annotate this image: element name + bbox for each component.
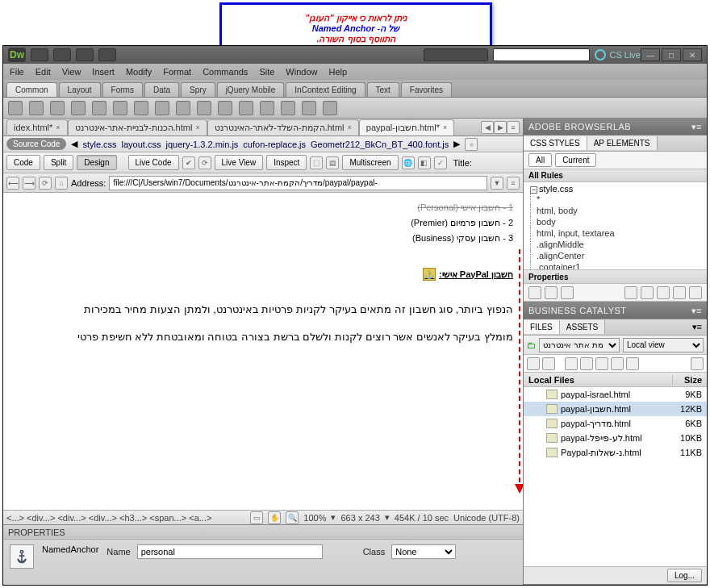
- file-row[interactable]: paypal-חשבון.html12KB: [524, 402, 707, 416]
- tab-scroll-right-icon[interactable]: ▶: [494, 121, 507, 134]
- minimize-button[interactable]: —: [641, 48, 660, 61]
- tab-common[interactable]: Common: [6, 82, 57, 97]
- hyperlink-icon[interactable]: [8, 101, 23, 115]
- split-view-button[interactable]: Split: [44, 155, 73, 170]
- anchor-icon[interactable]: ⚓: [423, 268, 436, 281]
- refresh-icon[interactable]: [542, 357, 555, 370]
- edit-rule-icon[interactable]: [657, 286, 670, 299]
- name-input[interactable]: [137, 544, 323, 559]
- multiscreen-button[interactable]: Multiscreen: [342, 155, 398, 170]
- tab-forms[interactable]: Forms: [102, 82, 143, 97]
- tab-css-styles[interactable]: CSS STYLES: [524, 136, 587, 150]
- new-rule-icon[interactable]: [641, 286, 654, 299]
- collapse-icon[interactable]: −: [530, 186, 537, 194]
- local-files-col[interactable]: Local Files: [524, 375, 673, 385]
- div-icon[interactable]: [113, 101, 127, 115]
- panel-menu-icon[interactable]: ▾≡: [691, 306, 702, 316]
- media-icon[interactable]: [155, 101, 169, 115]
- check-icon[interactable]: ✔: [182, 156, 195, 169]
- menu-window[interactable]: Window: [286, 67, 317, 77]
- put-icon[interactable]: [580, 357, 593, 370]
- live-view-button[interactable]: Live View: [215, 155, 264, 170]
- reload-icon[interactable]: ⟳: [39, 177, 52, 190]
- menu-view[interactable]: View: [62, 67, 81, 77]
- css-rule[interactable]: html, body: [527, 205, 704, 216]
- tab-incontext[interactable]: InContext Editing: [286, 82, 365, 97]
- file-row[interactable]: Paypal-נ-שאלות.html11KB: [524, 445, 707, 460]
- file-list[interactable]: paypal-israel.html9KBpaypal-חשבון.html12…: [524, 387, 707, 566]
- search-input[interactable]: [493, 48, 590, 61]
- related-file[interactable]: style.css: [82, 140, 116, 149]
- source-code-button[interactable]: Source Code: [6, 138, 66, 150]
- date-icon[interactable]: [197, 101, 211, 115]
- expand-icon[interactable]: [691, 357, 704, 370]
- menu-modify[interactable]: Modify: [126, 67, 152, 77]
- workspace-button[interactable]: [31, 48, 48, 61]
- settings-icon[interactable]: ≡: [507, 177, 520, 190]
- live-code-button[interactable]: Live Code: [128, 155, 179, 170]
- css-rule[interactable]: *: [527, 194, 704, 205]
- related-file[interactable]: Geometr212_BkCn_BT_400.font.js: [311, 140, 449, 149]
- image-icon[interactable]: [134, 101, 148, 115]
- related-file[interactable]: cufon-replace.js: [243, 140, 306, 149]
- file-row[interactable]: paypal-מדריך.html6KB: [524, 416, 707, 431]
- tab-text[interactable]: Text: [367, 82, 399, 97]
- doc-tab[interactable]: הכנות-לבניית-אתר-אינטרנט.html×: [68, 119, 207, 136]
- sync-icon[interactable]: [626, 357, 639, 370]
- css-all-button[interactable]: All: [528, 153, 552, 167]
- checkin-icon[interactable]: [611, 357, 624, 370]
- go-icon[interactable]: ▼: [491, 177, 503, 190]
- show-set-icon[interactable]: [561, 286, 574, 299]
- zoom-value[interactable]: 100%: [303, 513, 326, 523]
- tag-path[interactable]: <...> <div...> <div...> <div...> <h3...>…: [6, 513, 211, 523]
- css-rule[interactable]: .alignMiddle: [527, 239, 704, 250]
- show-category-icon[interactable]: [528, 286, 541, 299]
- refresh-icon[interactable]: ⟳: [198, 156, 211, 169]
- menu-commands[interactable]: Commands: [203, 67, 248, 77]
- address-input[interactable]: [109, 176, 487, 190]
- opt1-icon[interactable]: ⬚: [310, 156, 323, 169]
- visual-aids-icon[interactable]: ◧: [418, 156, 431, 169]
- site-select[interactable]: מת אתר אינטרנט: [539, 338, 620, 352]
- opt2-icon[interactable]: ▤: [326, 156, 339, 169]
- panel-menu-icon[interactable]: ▾≡: [687, 322, 707, 332]
- menu-file[interactable]: File: [10, 67, 24, 77]
- code-view-button[interactable]: Code: [6, 155, 40, 170]
- zoom-tool-icon[interactable]: 🔍: [286, 511, 299, 524]
- menu-edit[interactable]: Edit: [36, 67, 51, 77]
- file-row[interactable]: paypal-israel.html9KB: [524, 387, 707, 402]
- validate-icon[interactable]: ✓: [434, 156, 447, 169]
- css-current-button[interactable]: Current: [555, 153, 596, 167]
- css-rule[interactable]: .container1: [527, 261, 704, 269]
- menu-help[interactable]: Help: [328, 67, 347, 77]
- checkout-icon[interactable]: [595, 357, 608, 370]
- related-file[interactable]: layout.css: [122, 140, 161, 149]
- tag-chooser-icon[interactable]: [323, 101, 337, 115]
- hand-tool-icon[interactable]: ✋: [268, 511, 281, 524]
- templates-icon[interactable]: [302, 101, 316, 115]
- tab-spry[interactable]: Spry: [181, 82, 215, 97]
- tab-scroll-left-icon[interactable]: ◀: [481, 121, 494, 134]
- design-canvas[interactable]: 1 - חשבון אישי (Personal) 2 - חשבון פרמי…: [3, 193, 523, 510]
- panel-menu-icon[interactable]: ▾≡: [691, 122, 702, 132]
- email-link-icon[interactable]: [29, 101, 44, 115]
- design-view-button[interactable]: Design: [77, 155, 116, 170]
- close-icon[interactable]: ×: [56, 123, 60, 131]
- caret-left-icon[interactable]: ◀: [71, 139, 77, 149]
- browser-preview-icon[interactable]: 🌐: [402, 156, 415, 169]
- forward-icon[interactable]: ⟶: [23, 177, 36, 190]
- layout-dropdown[interactable]: [53, 48, 71, 61]
- tab-data[interactable]: Data: [144, 82, 179, 97]
- attach-css-icon[interactable]: [624, 286, 637, 299]
- tab-ap-elements[interactable]: AP ELEMENTS: [587, 136, 658, 150]
- close-icon[interactable]: ×: [443, 123, 447, 131]
- css-rule[interactable]: body: [527, 216, 704, 227]
- inspect-button[interactable]: Inspect: [266, 155, 307, 170]
- class-select[interactable]: None: [391, 544, 456, 559]
- related-file[interactable]: jquery-1.3.2.min.js: [165, 140, 238, 149]
- connect-icon[interactable]: [527, 357, 540, 370]
- css-rules-tree[interactable]: −style.css * html, body body html, input…: [524, 182, 707, 269]
- doc-tab[interactable]: הקמת-השלד-לאתר-האינטרנט.html×: [207, 119, 359, 136]
- named-anchor-icon[interactable]: [50, 101, 65, 115]
- home-icon[interactable]: ⌂: [55, 177, 68, 190]
